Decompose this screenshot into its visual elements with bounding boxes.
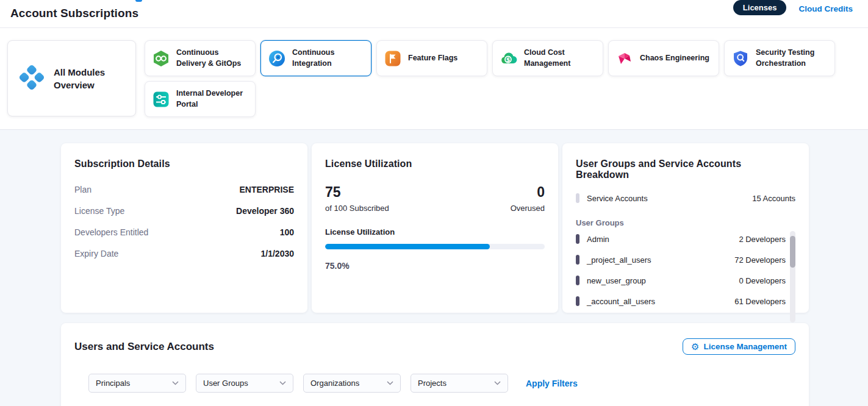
- module-card-cloud-cost[interactable]: $ Cloud Cost Management: [492, 40, 603, 76]
- module-card-label: Cloud Cost Management: [524, 48, 595, 69]
- subscription-detail-rows: Plan ENTERPRISE License Type Developer 3…: [74, 185, 294, 258]
- module-card-chaos-engineering[interactable]: Chaos Engineering: [608, 40, 719, 76]
- module-card-continuous-integration[interactable]: Continuous Integration: [260, 40, 371, 76]
- cloud-credits-link[interactable]: Cloud Credits: [798, 4, 853, 13]
- main-content: Subscription Details Plan ENTERPRISE Lic…: [0, 130, 868, 406]
- principals-filter-dropdown[interactable]: Principals: [88, 374, 186, 393]
- ci-module-icon: [268, 50, 285, 67]
- detail-row-license-type: License Type Developer 360: [74, 206, 294, 216]
- module-selector-bar: All Modules Overview Continuous Delivery…: [0, 28, 868, 130]
- user-group-name: _account_all_users: [587, 297, 655, 306]
- user-groups-list: Admin 2 Developers _project_all_users 72…: [576, 229, 795, 312]
- dropdown-label: Principals: [96, 379, 130, 388]
- user-group-marker: [576, 234, 579, 244]
- used-count: 75: [325, 184, 389, 201]
- list-scrollbar-track[interactable]: [790, 231, 795, 322]
- all-modules-icon: [18, 63, 46, 94]
- chevron-down-icon: [172, 381, 179, 385]
- detail-value: ENTERPRISE: [240, 185, 294, 194]
- page-title: Account Subscriptions: [10, 7, 138, 20]
- detail-label: License Type: [74, 206, 124, 216]
- user-group-name: Admin: [587, 235, 609, 244]
- summary-cards-row: Subscription Details Plan ENTERPRISE Lic…: [61, 143, 809, 313]
- user-group-marker: [576, 296, 579, 306]
- license-management-button[interactable]: ⚙ License Management: [683, 338, 795, 355]
- licenses-button[interactable]: Licenses: [733, 0, 787, 15]
- projects-filter-dropdown[interactable]: Projects: [411, 374, 508, 393]
- utilization-percent: 75.0%: [325, 261, 545, 271]
- service-accounts-row: Service Accounts 15 Accounts: [576, 193, 795, 203]
- detail-label: Plan: [74, 185, 91, 194]
- license-utilization-card: License Utilization 75 of 100 Subscribed…: [312, 143, 558, 313]
- security-testing-icon: [732, 50, 749, 67]
- overused-caption: Overused: [511, 204, 545, 213]
- all-modules-label: All Modules Overview: [54, 66, 126, 91]
- used-caption: of 100 Subscribed: [325, 204, 389, 213]
- svg-text:$: $: [506, 56, 511, 63]
- license-management-label: License Management: [703, 342, 787, 351]
- detail-label: Expiry Date: [74, 249, 118, 258]
- module-card-label: Feature Flags: [408, 53, 457, 64]
- user-group-count: 72 Developers: [734, 255, 786, 265]
- breakdown-title: User Groups and Service Accounts Breakdo…: [576, 158, 795, 180]
- header-actions: Licenses Cloud Credits: [733, 0, 853, 15]
- user-group-marker: [576, 255, 579, 265]
- list-scrollbar-thumb[interactable]: [790, 236, 795, 268]
- user-group-row: _account_all_users 61 Developers: [576, 291, 786, 312]
- page-header: Account Subscriptions Licenses Cloud Cre…: [0, 0, 868, 28]
- users-card-header: Users and Service Accounts ⚙ License Man…: [74, 338, 795, 355]
- breakdown-card: User Groups and Service Accounts Breakdo…: [562, 143, 809, 313]
- detail-row-expiry-date: Expiry Date 1/1/2030: [74, 249, 294, 258]
- subscription-details-title: Subscription Details: [74, 158, 294, 169]
- chevron-down-icon: [494, 381, 501, 385]
- user-groups-filter-dropdown[interactable]: User Groups: [196, 374, 293, 393]
- module-card-cd-gitops[interactable]: Continuous Delivery & GitOps: [145, 40, 256, 76]
- module-card-label: Security Testing Orchestration: [756, 48, 827, 69]
- subscription-details-card: Subscription Details Plan ENTERPRISE Lic…: [61, 143, 307, 313]
- truncated-breadcrumb-icon: [135, 0, 142, 2]
- service-accounts-label: Service Accounts: [587, 194, 648, 203]
- utilization-bar-track: [325, 244, 545, 249]
- cd-module-icon: [152, 50, 170, 67]
- overused-stat: 0 Overused: [511, 184, 545, 213]
- user-group-count: 61 Developers: [734, 297, 786, 306]
- user-group-row: Admin 2 Developers: [576, 229, 786, 249]
- module-cards: Continuous Delivery & GitOps Continuous …: [145, 40, 861, 117]
- utilization-bar-fill: [325, 244, 490, 249]
- chaos-icon: [616, 50, 633, 67]
- user-group-name: new_user_group: [587, 276, 646, 285]
- module-card-internal-developer-portal[interactable]: Internal Developer Portal: [145, 81, 256, 117]
- dropdown-label: Projects: [418, 379, 447, 388]
- detail-value: 1/1/2030: [261, 249, 295, 258]
- gear-icon: ⚙: [691, 342, 699, 351]
- chevron-down-icon: [387, 381, 393, 385]
- module-card-label: Internal Developer Portal: [176, 88, 248, 110]
- users-card-title: Users and Service Accounts: [74, 341, 214, 353]
- utilization-bar-label: License Utilization: [325, 227, 545, 237]
- chevron-down-icon: [279, 381, 286, 385]
- service-accounts-value: 15 Accounts: [752, 194, 795, 203]
- detail-row-developers-entitled: Developers Entitled 100: [74, 227, 294, 237]
- user-group-name: _project_all_users: [587, 255, 651, 265]
- filters-row: Principals User Groups Organizations Pro…: [88, 374, 795, 393]
- detail-label: Developers Entitled: [74, 227, 148, 237]
- organizations-filter-dropdown[interactable]: Organizations: [303, 374, 401, 393]
- apply-filters-link[interactable]: Apply Filters: [526, 379, 578, 388]
- module-card-security-testing[interactable]: Security Testing Orchestration: [724, 40, 835, 76]
- cloud-cost-icon: $: [500, 50, 517, 67]
- module-card-label: Continuous Integration: [292, 48, 364, 69]
- detail-value: 100: [280, 227, 294, 237]
- dropdown-label: Organizations: [310, 379, 359, 388]
- users-service-accounts-card: Users and Service Accounts ⚙ License Man…: [61, 323, 809, 406]
- user-group-marker: [576, 276, 579, 285]
- used-stat: 75 of 100 Subscribed: [325, 184, 389, 213]
- overused-count: 0: [511, 184, 545, 201]
- all-modules-overview-card[interactable]: All Modules Overview: [7, 40, 136, 116]
- module-card-feature-flags[interactable]: Feature Flags: [376, 40, 487, 76]
- license-utilization-title: License Utilization: [325, 158, 545, 169]
- user-group-row: _project_all_users 72 Developers: [576, 249, 786, 270]
- feature-flags-icon: [384, 50, 401, 67]
- service-accounts-marker: [576, 193, 579, 203]
- detail-value: Developer 360: [236, 206, 294, 216]
- user-group-count: 0 Developers: [739, 276, 786, 285]
